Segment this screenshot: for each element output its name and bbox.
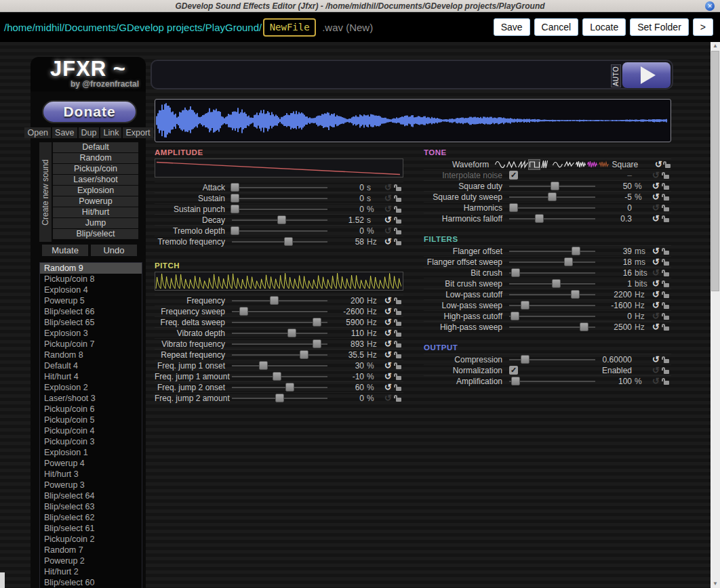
reset-icon[interactable]: ↺ [382,361,394,370]
slider-thumb-sustain-punch[interactable] [231,205,239,213]
sound-list-item[interactable]: Blip/select 64 [40,490,142,501]
sound-list-item[interactable]: Laser/shoot 3 [40,393,142,404]
slider-thumb-high-pass-cutoff[interactable] [511,312,519,320]
fileop-export-button[interactable]: Export [123,127,153,138]
preset-random-button[interactable]: Random [53,153,138,163]
preset-explosion-button[interactable]: Explosion [53,186,138,196]
autoplay-toggle[interactable]: AUTO [611,64,621,87]
whistle-waveform-icon[interactable] [552,160,563,169]
reset-icon[interactable]: ↺ [650,247,662,255]
sound-list-item[interactable]: Powerup 5 [40,295,142,306]
set-folder-button[interactable]: Set Folder [630,18,689,36]
brown-noise-waveform-icon[interactable] [598,160,609,169]
sawtooth-waveform-icon[interactable] [517,160,528,169]
tangent-waveform-icon[interactable] [540,160,551,169]
locate-button[interactable]: Locate [582,18,626,36]
reset-icon[interactable]: ↺ [650,257,662,266]
sound-list-item[interactable]: Pickup/coin 7 [40,339,142,350]
sound-list-item[interactable]: Explosion 3 [40,328,142,339]
sound-list-item[interactable]: Pickup/coin 4 [40,425,142,436]
preset-pickup-coin-button[interactable]: Pickup/coin [53,164,138,174]
slider-thumb-compression[interactable] [521,355,529,364]
mutate-button[interactable]: Mutate [42,245,88,256]
reset-icon[interactable]: ↺ [382,318,394,327]
reset-icon[interactable]: ↺ [650,182,662,190]
lock-icon[interactable] [663,160,671,169]
lock-icon[interactable] [394,361,403,370]
filename-input[interactable] [263,18,316,37]
reset-icon[interactable]: ↺ [382,226,394,235]
slider-thumb-freq-jump-1-onset[interactable] [259,361,268,370]
sound-list-item[interactable]: Hit/hurt 4 [40,371,142,382]
slider-thumb-vibrato-depth[interactable] [287,329,296,337]
slider-thumb-high-pass-sweep[interactable] [580,322,588,331]
lock-icon[interactable] [662,377,671,385]
slider-thumb-tremolo-depth[interactable] [231,226,239,235]
sound-list-item[interactable]: Default 4 [40,360,142,371]
slider-thumb-bit-crush[interactable] [511,268,520,277]
reset-icon[interactable]: ↺ [382,372,394,381]
lock-icon[interactable] [662,355,671,364]
lock-icon[interactable] [394,194,403,203]
lock-icon[interactable] [662,279,671,288]
slider-thumb-frequency[interactable] [270,296,279,305]
square-waveform-icon[interactable] [529,160,540,169]
slider-thumb-frequency-sweep[interactable] [239,307,248,316]
reset-icon[interactable]: ↺ [382,350,394,359]
slider-thumb-harmonics[interactable] [509,203,518,212]
lock-icon[interactable] [662,214,671,223]
slider-thumb-freq-jump-2-onset[interactable] [285,383,294,392]
lock-icon[interactable] [662,366,671,375]
sound-list-item[interactable]: Blip/select 65 [40,317,142,328]
slider-thumb-flanger-offset[interactable] [572,247,580,255]
slider-thumb-tremolo-frequency[interactable] [284,237,293,246]
checkbox-interpolate-noise[interactable]: ✓ [509,171,518,180]
slider-thumb-bit-crush-sweep[interactable] [552,279,561,288]
pink-noise-waveform-icon[interactable] [586,160,597,169]
slider-thumb-amplification[interactable] [511,377,520,385]
save-button[interactable]: Save [494,18,530,36]
lock-icon[interactable] [662,203,671,212]
slider-thumb-decay[interactable] [277,215,286,224]
reset-icon[interactable]: ↺ [650,301,662,310]
reset-icon[interactable]: ↺ [382,339,394,348]
reset-icon[interactable]: ↺ [650,377,662,385]
reset-icon[interactable]: ↺ [650,366,662,375]
lock-icon[interactable] [394,383,403,392]
close-icon[interactable]: ✕ [705,1,715,11]
reset-icon[interactable]: ↺ [382,205,394,213]
sound-list-item[interactable]: Random 7 [40,545,142,555]
donate-button[interactable]: Donate [42,100,137,123]
sound-list-item[interactable]: Random 9 [40,263,142,274]
triangle-waveform-icon[interactable] [506,160,517,169]
vertical-scrollbar[interactable]: ▲ ▼ [711,42,720,588]
reset-icon[interactable]: ↺ [382,296,394,305]
breaker-waveform-icon[interactable] [563,160,574,169]
lock-icon[interactable] [394,183,403,192]
lock-icon[interactable] [394,237,403,246]
sound-list-item[interactable]: Hit/hurt 2 [40,566,142,577]
lock-icon[interactable] [394,307,403,316]
lock-icon[interactable] [394,394,403,402]
lock-icon[interactable] [394,215,403,224]
slider-thumb-attack[interactable] [231,183,239,192]
sound-list-item[interactable]: Random 8 [40,350,142,360]
scroll-down-icon[interactable]: ▼ [711,580,720,588]
preset-blip-select-button[interactable]: Blip/select [53,229,138,239]
fileop-save-button[interactable]: Save [52,127,77,138]
reset-icon[interactable]: ↺ [382,183,394,192]
slider-thumb-square-duty-sweep[interactable] [548,192,557,201]
preset-laser-shoot-button[interactable]: Laser/shoot [53,175,138,185]
lock-icon[interactable] [394,372,403,381]
lock-icon[interactable] [394,226,403,235]
slider-thumb-vibrato-frequency[interactable] [313,339,321,348]
lock-icon[interactable] [394,318,403,327]
reset-icon[interactable]: ↺ [382,383,394,392]
slider-thumb-square-duty[interactable] [551,182,559,190]
sound-list-item[interactable]: Blip/select 61 [40,523,142,534]
slider-thumb-freq-jump-2-amount[interactable] [275,394,284,402]
sound-list-item[interactable]: Pickup/coin 2 [40,534,142,545]
sound-list-item[interactable]: Pickup/coin 3 [40,436,142,447]
sound-list-item[interactable]: Pickup/coin 6 [40,404,142,415]
lock-icon[interactable] [662,182,671,190]
